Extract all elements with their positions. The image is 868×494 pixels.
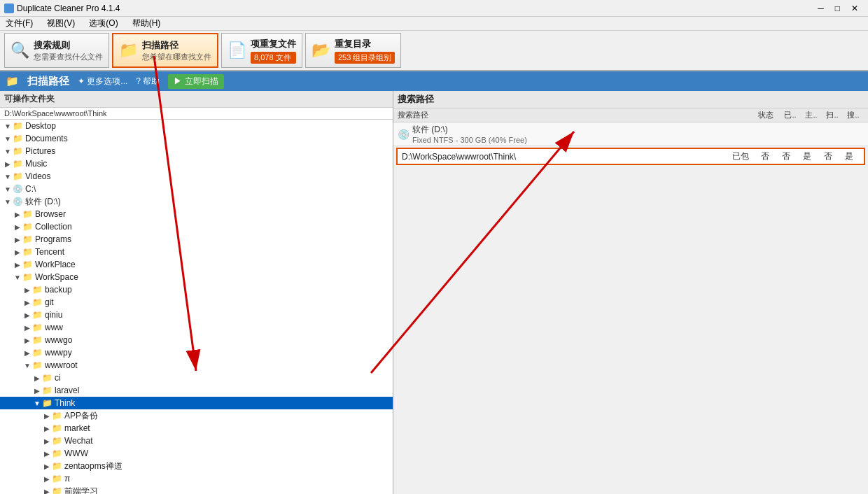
tree-item-programs[interactable]: ▶📁Programs	[0, 233, 393, 246]
tree-item-zentaopms[interactable]: ▶📁zentaopms禅道	[0, 460, 393, 472]
tree-item-pictures[interactable]: ▼📁Pictures	[0, 145, 393, 157]
path-entry-col4: 否	[818, 150, 839, 162]
duplicate-dirs-button[interactable]: 📂 重复目录 253 组目录组别	[305, 33, 401, 68]
window-maximize[interactable]: □	[830, 3, 846, 13]
tree-expander[interactable]: ▶	[22, 311, 32, 319]
tree-item-browser[interactable]: ▶📁Browser	[0, 208, 393, 220]
tree-expander[interactable]: ▶	[22, 337, 32, 344]
menu-view[interactable]: 视图(V)	[44, 17, 78, 30]
scan-path-button[interactable]: 📁 扫描路径 您希望在哪查找文件	[112, 33, 218, 68]
scan-path-title: 扫描路径	[142, 39, 211, 52]
col-scan2-header: 搜..	[843, 110, 864, 120]
tree-expander[interactable]: ▼	[3, 173, 13, 181]
menu-help[interactable]: 帮助(H)	[130, 17, 164, 30]
tree-item-d-software[interactable]: ▼💿软件 (D:\)	[0, 195, 393, 208]
scan-path-sub: 您希望在哪查找文件	[142, 52, 211, 62]
tree-expander[interactable]: ▶	[42, 412, 52, 420]
path-entry-col2: 否	[776, 150, 797, 162]
tree-expander[interactable]: ▶	[42, 488, 52, 495]
tree-item-wechat[interactable]: ▶📁Wechat	[0, 435, 393, 447]
tree-expander[interactable]: ▶	[42, 425, 52, 432]
tree-label: backup	[45, 285, 72, 295]
tree-item-workplace[interactable]: ▶📁WorkPlace	[0, 258, 393, 271]
tree-expander[interactable]: ▶	[13, 236, 22, 244]
tree-item-app-backup[interactable]: ▶📁APP备份	[0, 409, 393, 422]
scan-now-button[interactable]: ▶ 立即扫描	[168, 74, 223, 89]
tree-item-c-drive[interactable]: ▼💿C:\	[0, 183, 393, 195]
tree-expander[interactable]: ▶	[32, 387, 42, 395]
title-text: Duplicate Cleaner Pro 4.1.4	[17, 3, 120, 13]
tree-folder-icon: 📁	[52, 486, 62, 494]
col-path-header: 搜索路径	[398, 110, 752, 120]
tree-expander[interactable]: ▶	[22, 299, 32, 306]
help-button[interactable]: ? 帮助	[136, 76, 160, 87]
tree-item-ci[interactable]: ▶📁ci	[0, 372, 393, 384]
tree-item-laravel[interactable]: ▶📁laravel	[0, 384, 393, 397]
path-entry-row[interactable]: D:\WorkSpace\wwwroot\Think\ 已包 否 否 是 否 是	[396, 148, 865, 165]
tree-item-wwwpy[interactable]: ▶📁wwwpy	[0, 346, 393, 359]
tree-label: wwwgo	[45, 335, 72, 345]
tree-expander[interactable]: ▼	[3, 148, 13, 155]
tree-expander[interactable]: ▶	[13, 248, 22, 256]
tree-expander[interactable]: ▼	[3, 198, 13, 206]
tree-expander[interactable]: ▼	[3, 135, 13, 143]
tree-item-videos[interactable]: ▼📁Videos	[0, 170, 393, 183]
tree-expander[interactable]: ▶	[42, 475, 52, 483]
tree-item-tencent[interactable]: ▶📁Tencent	[0, 246, 393, 258]
tree-expander[interactable]: ▶	[3, 160, 13, 168]
tree-folder-icon: 📁	[52, 449, 62, 458]
menu-file[interactable]: 文件(F)	[3, 17, 36, 30]
col-check-header: 已..	[780, 110, 801, 120]
menu-options[interactable]: 选项(O)	[86, 17, 120, 30]
tree-expander[interactable]: ▶	[32, 374, 42, 382]
tree-folder-icon: 💿	[13, 197, 23, 206]
folder-tree[interactable]: ▼📁Desktop▼📁Documents▼📁Pictures▶📁Music▼📁V…	[0, 120, 393, 494]
tree-item-www[interactable]: ▶📁www	[0, 321, 393, 334]
tree-expander[interactable]: ▶	[13, 261, 22, 269]
tree-item-git[interactable]: ▶📁git	[0, 296, 393, 309]
tree-expander[interactable]: ▶	[22, 286, 32, 294]
tree-label: Browser	[35, 209, 66, 219]
tree-expander[interactable]: ▼	[32, 400, 42, 407]
search-rules-icon: 🔍	[10, 41, 29, 59]
section-icon: 📁	[6, 75, 19, 87]
tree-expander[interactable]: ▼	[13, 274, 22, 281]
window-minimize[interactable]: ─	[812, 3, 830, 13]
tree-item-wwwgo[interactable]: ▶📁wwwgo	[0, 334, 393, 346]
duplicate-files-button[interactable]: 📄 项重复文件 8,078 文件	[221, 33, 302, 68]
tree-item-pi[interactable]: ▶📁π	[0, 472, 393, 485]
tree-label: Wechat	[64, 436, 92, 446]
window-close[interactable]: ✕	[846, 3, 864, 13]
right-panel-header: 搜索路径	[393, 91, 868, 108]
tree-item-qiniu[interactable]: ▶📁qiniu	[0, 309, 393, 321]
tree-item-wwwroot[interactable]: ▼📁wwwroot	[0, 359, 393, 372]
tree-item-documents[interactable]: ▼📁Documents	[0, 132, 393, 145]
tree-item-collection[interactable]: ▶📁Collection	[0, 220, 393, 233]
tree-folder-icon: 📁	[32, 323, 43, 332]
tree-expander[interactable]: ▼	[22, 362, 32, 369]
tree-expander[interactable]: ▶	[22, 324, 32, 332]
tree-item-workspace[interactable]: ▼📁WorkSpace	[0, 271, 393, 283]
search-rules-button[interactable]: 🔍 搜索规则 您需要查找什么文件	[4, 33, 109, 68]
drive-label: 软件 (D:\)	[412, 124, 527, 136]
tree-item-desktop[interactable]: ▼📁Desktop	[0, 120, 393, 132]
tree-item-frontend[interactable]: ▶📁前端学习	[0, 485, 393, 494]
section-title: 扫描路径	[27, 75, 69, 88]
tree-item-think[interactable]: ▼📁Think	[0, 397, 393, 409]
tree-expander[interactable]: ▶	[22, 349, 32, 357]
tree-expander[interactable]: ▶	[13, 211, 22, 218]
tree-expander[interactable]: ▶	[42, 463, 52, 470]
tree-item-backup[interactable]: ▶📁backup	[0, 283, 393, 296]
tree-item-music[interactable]: ▶📁Music	[0, 157, 393, 170]
tree-expander[interactable]: ▶	[13, 223, 22, 231]
tree-expander[interactable]: ▶	[42, 437, 52, 445]
tree-expander[interactable]: ▼	[3, 122, 13, 130]
tree-label: C:\	[25, 184, 36, 194]
tree-expander[interactable]: ▶	[42, 450, 52, 458]
tree-item-www2[interactable]: ▶📁WWW	[0, 447, 393, 460]
tree-expander[interactable]: ▼	[3, 185, 13, 193]
path-entry-col1: 否	[755, 150, 776, 162]
more-options-button[interactable]: ✦ 更多选项...	[78, 76, 127, 87]
tree-label: Tencent	[35, 247, 64, 257]
tree-item-market[interactable]: ▶📁market	[0, 422, 393, 435]
